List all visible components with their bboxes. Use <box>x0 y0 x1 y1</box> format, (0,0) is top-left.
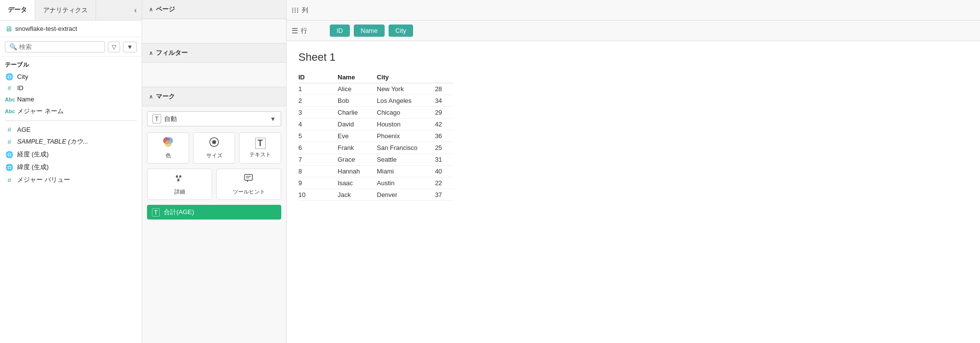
globe-icon: 🌐 <box>5 73 14 80</box>
cell-id: 1 <box>298 83 338 95</box>
field-name-id: ID <box>17 84 24 92</box>
cell-city: Phoenix <box>377 130 429 142</box>
cell-name: Grace <box>338 154 377 166</box>
pages-body <box>142 19 286 44</box>
dropdown-icon: ▼ <box>127 44 133 50</box>
field-name-name: Name <box>17 96 34 103</box>
cell-city: Houston <box>377 119 429 130</box>
cell-city: Denver <box>377 189 429 201</box>
field-measure-name[interactable]: Abc メジャー ネーム <box>2 105 140 118</box>
field-name-latitude: 緯度 (生成) <box>17 163 49 172</box>
marks-label: マーク <box>156 92 175 101</box>
cell-id: 6 <box>298 142 338 154</box>
cell-name: Frank <box>338 142 377 154</box>
table-row: 9 Isaac Austin 22 <box>298 177 454 189</box>
cell-name: Eve <box>338 130 377 142</box>
columns-label: ⁞⁞⁞ 列 <box>292 6 326 15</box>
tab-analytics[interactable]: アナリティクス <box>35 0 96 20</box>
tooltip-label: ツールヒント <box>233 188 265 196</box>
rows-pill-id[interactable]: ID <box>330 24 350 37</box>
cell-val: 37 <box>429 189 454 201</box>
age-pill-label: 合計(AGE) <box>164 208 194 217</box>
field-name-city: City <box>17 73 28 80</box>
rows-text: 行 <box>301 26 307 35</box>
search-icon: 🔍 <box>9 43 17 50</box>
cell-val: 40 <box>429 166 454 177</box>
search-input-wrap[interactable]: 🔍 <box>5 41 105 52</box>
data-table: ID Name City 1 Alice New York 28 2 Bob L… <box>298 72 454 201</box>
mark-color-button[interactable]: 色 <box>147 132 189 164</box>
datasource-row[interactable]: 🖥 snowflake-test-extract <box>0 21 142 37</box>
cell-id: 9 <box>298 177 338 189</box>
table-row: 2 Bob Los Angeles 34 <box>298 95 454 107</box>
cell-val: 42 <box>429 119 454 130</box>
rows-pill-name[interactable]: Name <box>354 24 385 37</box>
cell-val: 34 <box>429 95 454 107</box>
columns-row: ⁞⁞⁞ 列 <box>287 0 980 21</box>
col-header-city: City <box>377 72 429 83</box>
sheet-title: Sheet 1 <box>298 51 968 64</box>
svg-line-9 <box>178 177 180 179</box>
middle-panel: ∧ ページ ∧ フィルター ∧ マーク T 自動 ▼ <box>142 0 287 343</box>
cell-name: Charlie <box>338 107 377 119</box>
field-name-measure-name: メジャー ネーム <box>17 107 64 116</box>
mark-text-button[interactable]: T テキスト <box>239 132 281 164</box>
tab-data[interactable]: データ <box>0 0 35 20</box>
collapse-button[interactable]: ‹ <box>129 2 142 19</box>
rows-pill-city[interactable]: City <box>389 24 413 37</box>
mark-detail-button[interactable]: 詳細 <box>147 169 212 200</box>
svg-marker-11 <box>246 180 248 182</box>
cell-name: Bob <box>338 95 377 107</box>
right-panel: ⁞⁞⁞ 列 ☰ 行 ID Name City Sheet 1 ID Name C… <box>287 0 980 343</box>
field-id[interactable]: # ID <box>2 82 140 94</box>
cell-val: 22 <box>429 177 454 189</box>
measures-list: # AGE # SAMPLE_TABLE (カウ... 🌐 経度 (生成) 🌐 … <box>0 124 142 186</box>
marks-dropdown[interactable]: T 自動 ▼ <box>147 111 281 126</box>
pages-label: ページ <box>156 5 175 14</box>
field-latitude[interactable]: 🌐 緯度 (生成) <box>2 161 140 173</box>
filter-icon: ▽ <box>112 44 116 50</box>
cell-val: 36 <box>429 130 454 142</box>
field-name-longitude: 経度 (生成) <box>17 150 49 159</box>
left-panel: データ アナリティクス ‹ 🖥 snowflake-test-extract 🔍… <box>0 0 142 343</box>
rows-icon: ☰ <box>292 26 298 35</box>
marks-type-label: 自動 <box>164 115 267 123</box>
cell-id: 4 <box>298 119 338 130</box>
field-name[interactable]: Abc Name <box>2 94 140 105</box>
cell-city: Austin <box>377 177 429 189</box>
marks-section-header[interactable]: ∧ マーク <box>142 87 286 106</box>
detail-icon <box>174 173 185 186</box>
field-age[interactable]: # AGE <box>2 124 140 135</box>
svg-rect-7 <box>177 179 179 181</box>
divider <box>5 121 137 121</box>
filters-section-header[interactable]: ∧ フィルター <box>142 44 286 63</box>
dropdown-button[interactable]: ▼ <box>123 42 137 52</box>
filters-body <box>142 63 286 87</box>
field-sample-table[interactable]: # SAMPLE_TABLE (カウ... <box>2 135 140 148</box>
color-icon <box>163 137 173 150</box>
datasource-icon: 🖥 <box>5 24 12 33</box>
search-input[interactable] <box>19 43 100 50</box>
field-longitude[interactable]: 🌐 経度 (生成) <box>2 148 140 161</box>
pages-section-header[interactable]: ∧ ページ <box>142 0 286 19</box>
svg-rect-10 <box>245 174 252 180</box>
marks-dropdown-arrow: ▼ <box>270 116 276 122</box>
cell-id: 10 <box>298 189 338 201</box>
table-row: 5 Eve Phoenix 36 <box>298 130 454 142</box>
filters-label: フィルター <box>156 49 188 57</box>
rows-label: ☰ 行 <box>292 26 326 35</box>
svg-line-8 <box>177 177 178 179</box>
field-city[interactable]: 🌐 City <box>2 71 140 82</box>
tab-bar: データ アナリティクス ‹ <box>0 0 142 21</box>
cell-name: Alice <box>338 83 377 95</box>
filter-button[interactable]: ▽ <box>108 42 120 52</box>
col-header-id: ID <box>298 72 338 83</box>
svg-rect-6 <box>179 175 181 177</box>
table-row: 10 Jack Denver 37 <box>298 189 454 201</box>
mark-size-button[interactable]: サイズ <box>193 132 235 164</box>
table-row: 3 Charlie Chicago 29 <box>298 107 454 119</box>
field-measure-value[interactable]: # メジャー バリュー <box>2 173 140 186</box>
mark-tooltip-button[interactable]: ツールヒント <box>216 169 281 200</box>
age-agg-pill[interactable]: T 合計(AGE) <box>147 205 281 220</box>
cell-val: 31 <box>429 154 454 166</box>
